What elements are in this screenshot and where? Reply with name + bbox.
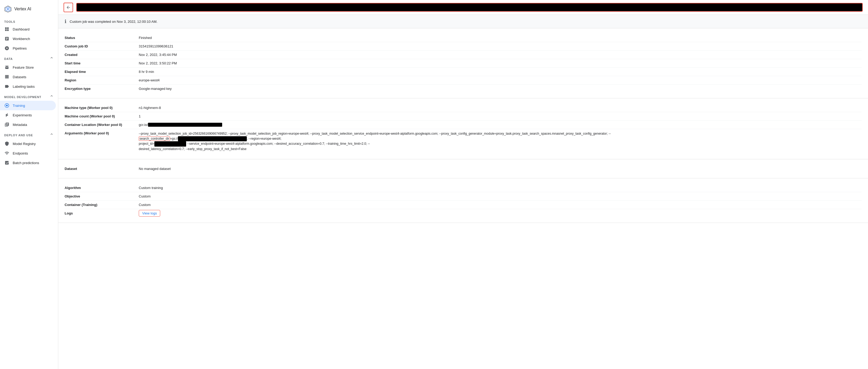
sidebar: Vertex AI TOOLS Dashboard Workbench Pipe…	[0, 0, 58, 369]
container-loc-row: Container Location (Worker pool 0) gcr.i…	[65, 121, 862, 129]
details-section-1: Status Finished Custom job ID 3154159110…	[58, 28, 868, 98]
model-dev-section-header: MODEL DEVELOPMENT	[0, 91, 58, 101]
machine-type-label: Machine type (Worker pool 0)	[65, 106, 139, 110]
data-section-label: DATA	[4, 54, 13, 61]
deploy-section-header: DEPLOY AND USE	[0, 130, 58, 139]
dataset-row: Dataset No managed dataset	[65, 165, 862, 173]
feature-store-label: Feature Store	[13, 65, 34, 69]
container-training-row: Container (Training) Custom	[65, 201, 862, 209]
endpoints-label: Endpoints	[13, 151, 28, 155]
region-row: Region europe-west4	[65, 76, 862, 85]
dataset-label: Dataset	[65, 167, 139, 171]
dataset-value: No managed dataset	[139, 167, 862, 171]
details-section-3: Dataset No managed dataset	[58, 159, 868, 178]
start-time-value: Nov 2, 2022, 3:50:22 PM	[139, 61, 862, 65]
created-value: Nov 2, 2022, 3:45:44 PM	[139, 53, 862, 57]
arguments-proj-redacted	[154, 141, 186, 146]
machine-type-row: Machine type (Worker pool 0) n1-highmem-…	[65, 104, 862, 112]
arguments-label: Arguments (Worker pool 0)	[65, 131, 139, 135]
vertex-ai-logo-icon	[4, 5, 12, 13]
encryption-value: Google-managed key	[139, 87, 862, 91]
job-id-value: 315415911099636121	[139, 44, 862, 48]
algorithm-label: Algorithm	[65, 186, 139, 190]
region-value: europe-west4	[139, 78, 862, 82]
algorithm-value: Custom training	[139, 186, 862, 190]
logs-row: Logs View logs	[65, 209, 862, 217]
sidebar-item-endpoints[interactable]: Endpoints	[0, 148, 56, 158]
elapsed-row: Elapsed time 8 hr 9 min	[65, 67, 862, 76]
data-chevron-icon	[50, 56, 54, 60]
deploy-label: DEPLOY AND USE	[4, 131, 33, 138]
sidebar-item-datasets[interactable]: Datasets	[0, 72, 56, 82]
arguments-value: --proxy_task_model_selection_job_id=2563…	[139, 131, 862, 152]
start-time-row: Start time Nov 2, 2022, 3:50:22 PM	[65, 59, 862, 67]
workbench-label: Workbench	[13, 37, 30, 41]
svg-point-2	[7, 8, 9, 10]
sidebar-item-metadata[interactable]: Metadata	[0, 120, 56, 130]
batch-predictions-label: Batch predictions	[13, 161, 39, 165]
machine-count-value: 1	[139, 114, 862, 118]
datasets-icon	[4, 74, 9, 80]
dashboard-label: Dashboard	[13, 27, 30, 31]
metadata-label: Metadata	[13, 123, 27, 127]
feature-store-icon	[4, 65, 9, 70]
labeling-tasks-label: Labeling tasks	[13, 85, 35, 88]
objective-label: Objective	[65, 194, 139, 198]
experiments-icon	[4, 112, 9, 118]
objective-value: Custom	[139, 194, 862, 198]
details-section-4: Algorithm Custom training Objective Cust…	[58, 178, 868, 223]
elapsed-label: Elapsed time	[65, 70, 139, 74]
model-registry-label: Model Registry	[13, 142, 36, 146]
machine-type-value: n1-highmem-8	[139, 106, 862, 110]
container-loc-prefix: gcr.io/	[139, 123, 148, 127]
container-training-value: Custom	[139, 203, 862, 207]
logs-value: View logs	[139, 211, 862, 215]
sidebar-item-experiments[interactable]: Experiments	[0, 110, 56, 120]
status-row: Status Finished	[65, 34, 862, 42]
back-button[interactable]	[64, 3, 73, 12]
elapsed-value: 8 hr 9 min	[139, 70, 862, 74]
training-icon	[4, 103, 9, 108]
sidebar-item-dashboard[interactable]: Dashboard	[0, 24, 56, 34]
arguments-row: Arguments (Worker pool 0) --proxy_task_m…	[65, 129, 862, 154]
arguments-text3: ; --region=europe-west4;	[247, 137, 281, 141]
experiments-label: Experiments	[13, 113, 32, 117]
sidebar-item-workbench[interactable]: Workbench	[0, 34, 56, 44]
sidebar-item-feature-store[interactable]: Feature Store	[0, 62, 56, 72]
container-training-label: Container (Training)	[65, 203, 139, 207]
arguments-line1: --proxy_task_model_selection_job_id=2563…	[139, 132, 611, 136]
back-arrow-icon	[66, 5, 71, 10]
container-loc-redacted	[148, 123, 222, 127]
endpoints-icon	[4, 150, 9, 156]
logs-label: Logs	[65, 211, 139, 215]
header-bar	[58, 0, 868, 15]
model-dev-chevron-icon	[50, 94, 54, 98]
created-row: Created Nov 2, 2022, 3:45:44 PM	[65, 51, 862, 59]
sidebar-item-pipelines[interactable]: Pipelines	[0, 44, 56, 53]
sidebar-item-batch-predictions[interactable]: Batch predictions	[0, 158, 56, 168]
pipelines-icon	[4, 46, 9, 51]
arguments-line3: desired_latency_correlation=0.7; --early…	[139, 147, 247, 151]
banner-text: Custom job was completed on Nov 3, 2022,…	[70, 20, 158, 24]
app-logo: Vertex AI	[0, 3, 58, 17]
algorithm-row: Algorithm Custom training	[65, 184, 862, 192]
pipelines-label: Pipelines	[13, 47, 27, 50]
job-title-input[interactable]	[76, 3, 863, 12]
sidebar-item-model-registry[interactable]: Model Registry	[0, 139, 56, 148]
start-time-label: Start time	[65, 61, 139, 65]
app-name: Vertex AI	[14, 7, 31, 11]
encryption-row: Encryption type Google-managed key	[65, 85, 862, 93]
arguments-line2: project_id=	[139, 142, 154, 145]
container-loc-value: gcr.io/	[139, 123, 862, 127]
sidebar-item-labeling-tasks[interactable]: Labeling tasks	[0, 82, 56, 91]
model-dev-label: MODEL DEVELOPMENT	[4, 92, 41, 100]
sidebar-item-training[interactable]: Training	[0, 101, 56, 110]
workbench-icon	[4, 36, 9, 41]
arguments-highlight: search_controller_dir	[139, 137, 170, 141]
main-content: ℹ Custom job was completed on Nov 3, 202…	[58, 0, 868, 369]
data-section-header: DATA	[0, 53, 58, 62]
view-logs-link[interactable]: View logs	[139, 210, 160, 217]
details-section-2: Machine type (Worker pool 0) n1-highmem-…	[58, 98, 868, 159]
model-registry-icon	[4, 141, 9, 146]
job-id-row: Custom job ID 315415911099636121	[65, 42, 862, 51]
